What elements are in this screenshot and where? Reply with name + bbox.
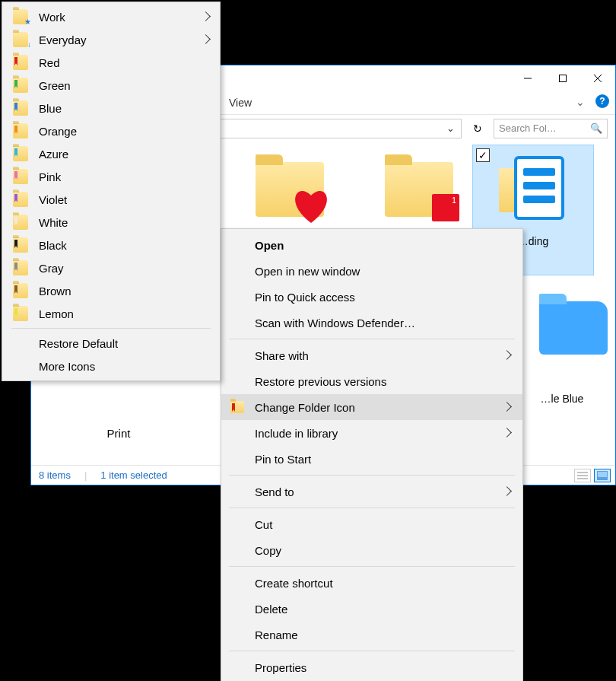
context-restore-prev[interactable]: Restore previous versions xyxy=(221,368,522,394)
submenu-color-label: Black xyxy=(39,239,67,252)
tab-view[interactable]: View xyxy=(229,97,252,109)
folder-color-icon xyxy=(13,260,28,275)
submenu-work[interactable]: Work xyxy=(2,5,220,28)
folder-icon-submenu: Work Everyday RedGreenBlueOrangeAzurePin… xyxy=(2,2,221,381)
folder-color-icon xyxy=(13,100,28,116)
folder-icon xyxy=(230,401,244,413)
view-mode-switcher xyxy=(574,469,611,482)
submenu-color-label: Lemon xyxy=(39,307,74,320)
folder-item[interactable] xyxy=(539,301,608,355)
address-dropdown-icon[interactable]: ⌄ xyxy=(446,123,455,134)
separator xyxy=(229,339,515,339)
submenu-color-green[interactable]: Green xyxy=(2,74,220,97)
submenu-color-pink[interactable]: Pink xyxy=(2,165,220,188)
search-input[interactable]: Search Fol… 🔍 xyxy=(494,119,608,138)
details-view-icon xyxy=(577,472,588,479)
refresh-button[interactable]: ↻ xyxy=(468,119,487,138)
submenu-color-label: Gray xyxy=(39,262,64,275)
submenu-restore-default[interactable]: Restore Default xyxy=(2,332,220,355)
context-scan-defender[interactable]: Scan with Windows Defender… xyxy=(221,310,522,336)
large-icons-view-button[interactable] xyxy=(594,469,611,482)
svg-rect-1 xyxy=(560,75,567,82)
context-change-folder-icon-label: Change Folder Icon xyxy=(255,401,355,414)
submenu-color-label: White xyxy=(39,216,68,229)
submenu-everyday-label: Everyday xyxy=(39,33,87,46)
submenu-color-white[interactable]: White xyxy=(2,211,220,234)
folder-star-icon xyxy=(13,9,28,24)
search-placeholder: Search Fol… xyxy=(499,123,557,134)
submenu-color-violet[interactable]: Violet xyxy=(2,188,220,211)
submenu-color-label: Blue xyxy=(39,102,62,115)
submenu-color-red[interactable]: Red xyxy=(2,51,220,74)
folder-icon xyxy=(491,148,575,232)
folder-icon xyxy=(377,148,461,231)
folder-item[interactable] xyxy=(229,145,351,234)
folder-icon xyxy=(248,148,332,231)
context-delete[interactable]: Delete xyxy=(221,596,522,622)
svg-rect-8 xyxy=(598,472,607,477)
folder-download-icon xyxy=(13,32,28,47)
folder-color-icon xyxy=(13,306,28,321)
folder-color-icon xyxy=(13,169,28,184)
submenu-color-gray[interactable]: Gray xyxy=(2,256,220,279)
submenu-color-label: Red xyxy=(39,56,60,69)
help-button[interactable]: ? xyxy=(595,94,609,108)
heart-icon xyxy=(292,188,330,223)
context-create-shortcut[interactable]: Create shortcut xyxy=(221,570,522,596)
folder-item[interactable] xyxy=(358,145,480,234)
context-change-folder-icon[interactable]: Change Folder Icon xyxy=(221,394,522,420)
context-cut[interactable]: Cut xyxy=(221,511,522,537)
maximize-button[interactable] xyxy=(545,67,580,90)
context-rename[interactable]: Rename xyxy=(221,622,522,648)
submenu-color-lemon[interactable]: Lemon xyxy=(2,302,220,325)
folder-color-icon xyxy=(13,192,28,207)
context-include-library[interactable]: Include in library xyxy=(221,420,522,446)
print-panel: Print xyxy=(31,419,206,443)
context-properties[interactable]: Properties xyxy=(221,654,522,680)
submenu-color-brown[interactable]: Brown xyxy=(2,279,220,302)
context-pin-quick-access[interactable]: Pin to Quick access xyxy=(221,284,522,310)
status-divider: | xyxy=(84,469,87,481)
submenu-color-label: Violet xyxy=(39,193,67,206)
context-open-new-window[interactable]: Open in new window xyxy=(221,258,522,284)
status-selected-count: 1 item selected xyxy=(100,469,167,481)
folder-color-icon xyxy=(13,146,28,161)
submenu-color-black[interactable]: Black xyxy=(2,234,220,256)
folder-color-icon xyxy=(13,237,28,253)
submenu-color-blue[interactable]: Blue xyxy=(2,97,220,119)
submenu-everyday[interactable]: Everyday xyxy=(2,28,220,51)
submenu-color-label: Pink xyxy=(39,170,61,183)
context-pin-start[interactable]: Pin to Start xyxy=(221,446,522,472)
priority-flag-icon xyxy=(432,194,459,221)
context-share-with[interactable]: Share with xyxy=(221,342,522,368)
submenu-color-label: Green xyxy=(39,79,71,92)
context-menu: Open Open in new window Pin to Quick acc… xyxy=(221,228,523,681)
submenu-color-azure[interactable]: Azure xyxy=(2,142,220,165)
close-button[interactable] xyxy=(580,67,615,90)
separator xyxy=(229,566,515,567)
separator xyxy=(229,508,515,508)
submenu-work-label: Work xyxy=(39,11,65,24)
folder-color-icon xyxy=(13,55,28,70)
search-icon: 🔍 xyxy=(590,123,602,134)
separator xyxy=(229,475,515,476)
minimize-button[interactable] xyxy=(510,67,545,90)
folder-color-icon xyxy=(13,215,28,230)
folder-color-icon xyxy=(13,283,28,298)
ribbon-expand-icon[interactable]: ⌄ xyxy=(576,96,585,108)
folder-color-icon xyxy=(13,78,28,93)
selection-checkbox[interactable]: ✓ xyxy=(476,148,490,162)
print-label[interactable]: Print xyxy=(31,419,206,443)
submenu-more-icons[interactable]: More Icons xyxy=(2,355,220,377)
submenu-color-label: Azure xyxy=(39,148,68,161)
submenu-color-orange[interactable]: Orange xyxy=(2,119,220,142)
status-item-count: 8 items xyxy=(39,469,71,481)
context-copy[interactable]: Copy xyxy=(221,537,522,563)
context-send-to[interactable]: Send to xyxy=(221,479,522,504)
submenu-color-label: Orange xyxy=(39,125,77,138)
submenu-color-label: Brown xyxy=(39,285,71,298)
details-view-button[interactable] xyxy=(574,469,591,482)
context-open[interactable]: Open xyxy=(221,232,522,258)
separator xyxy=(11,328,211,329)
thumbnails-icon xyxy=(597,471,608,480)
